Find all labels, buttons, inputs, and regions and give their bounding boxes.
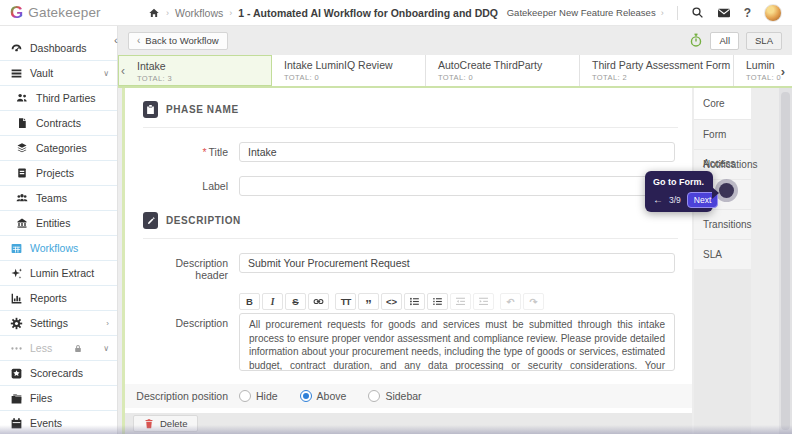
feature-releases-link[interactable]: Gatekeeper New Feature Releases › [507, 7, 664, 18]
vault-icon [10, 67, 23, 80]
breadcrumb-workflows[interactable]: Workflows [175, 7, 223, 19]
content-area: PHASE NAME *Title Label DESCRIPTION Desc… [118, 88, 792, 434]
ordered-list-button[interactable] [427, 293, 448, 310]
sidebar-item-files[interactable]: Files [0, 386, 117, 411]
radio-button-icon[interactable] [300, 390, 312, 402]
scrollbar[interactable] [779, 88, 792, 434]
sidebar-item-lumin-extract[interactable]: Lumin Extract [0, 261, 117, 286]
phase-tab-intake-luminiq-review[interactable]: Intake LuminIQ Review TOTAL: 0 [272, 55, 426, 86]
description-header-input[interactable] [239, 253, 675, 273]
sidebar-item-scorecards[interactable]: Scorecards [0, 361, 117, 386]
chevron-down-icon: ∨ [103, 344, 109, 353]
sidebar-item-events[interactable]: Events [0, 411, 117, 434]
indent-button[interactable] [473, 293, 494, 310]
redo-button[interactable]: ↷ [523, 293, 544, 310]
home-icon[interactable] [148, 7, 160, 19]
search-icon[interactable] [691, 6, 704, 19]
filter-all-button[interactable]: All [710, 32, 739, 50]
sidebar-item-teams[interactable]: Teams [0, 186, 117, 211]
code-button[interactable]: <> [381, 293, 402, 310]
radio-above[interactable]: Above [300, 390, 347, 402]
outdent-button[interactable] [450, 293, 471, 310]
sidebar-item-entities[interactable]: Entities [0, 211, 117, 236]
third-parties-icon [16, 92, 29, 105]
rail-tab-transitions[interactable]: Transitions [694, 210, 751, 239]
sidebar-item-projects[interactable]: Projects [0, 161, 117, 186]
description-section-header: DESCRIPTION [143, 212, 678, 229]
phase-name-icon [143, 101, 158, 118]
events-icon [10, 417, 23, 430]
projects-icon [16, 167, 29, 180]
sidebar-collapse-icon[interactable]: ‹ [114, 34, 118, 46]
description-richtext-input[interactable]: All procurement requests for goods and s… [239, 313, 675, 371]
title-input[interactable] [239, 142, 675, 162]
strikethrough-button[interactable]: S [285, 293, 306, 310]
bold-button[interactable]: B [239, 293, 260, 310]
divider [143, 238, 678, 239]
rail-tab-core[interactable]: Core [694, 88, 751, 119]
gatekeeper-logo-icon: G [10, 4, 23, 21]
chevron-right-icon: › [661, 8, 664, 18]
radio-button-icon[interactable] [239, 390, 251, 402]
link-button[interactable] [308, 293, 329, 310]
sidebar-item-reports[interactable]: Reports [0, 286, 117, 311]
reports-icon [10, 292, 23, 305]
phase-tab-autocreate-thirdparty[interactable]: AutoCreate ThirdParty TOTAL: 0 [426, 55, 580, 86]
description-body-label: Description [143, 293, 239, 371]
sidebar-item-less[interactable]: Less ∨ [0, 336, 117, 361]
radio-sidebar[interactable]: Sidebar [368, 390, 421, 402]
entities-icon [16, 217, 29, 230]
teams-icon [16, 192, 29, 205]
mail-icon[interactable] [717, 7, 731, 19]
label-input[interactable] [239, 176, 675, 196]
back-to-workflow-button[interactable]: ‹ Back to Workflow [128, 32, 228, 50]
trash-icon [144, 418, 154, 429]
tour-tooltip: Go to Form. ← 3/9 Next [645, 171, 713, 212]
chevron-left-icon: ‹ [137, 35, 140, 46]
rail-tab-sla[interactable]: SLA [694, 240, 751, 269]
phase-tab-third-party-assessment-form[interactable]: Third Party Assessment Form TOTAL: 2 [580, 55, 734, 86]
tab-scroll-right-icon[interactable]: › [781, 64, 785, 79]
text-size-button[interactable]: TT [335, 293, 356, 310]
breadcrumb-separator: › [229, 8, 232, 18]
scorecards-icon [10, 367, 23, 380]
phase-name-section-header: PHASE NAME [143, 101, 678, 118]
app-logo[interactable]: G Gatekeeper [0, 4, 130, 21]
scrollbar-thumb[interactable] [781, 92, 790, 430]
delete-phase-button[interactable]: Delete [133, 415, 198, 432]
sidebar: Dashboards Vault ∨ Third Parties Contrac… [0, 26, 118, 434]
breadcrumb: › Workflows › 1 - Automated AI Workflow … [148, 7, 498, 19]
settings-icon [10, 317, 23, 330]
panel-footer: Delete [125, 413, 692, 434]
filter-sla-button[interactable]: SLA [746, 32, 782, 50]
rail-tab-form-access[interactable]: Form Access [694, 120, 751, 149]
tour-step-counter: 3/9 [669, 195, 681, 205]
workflows-icon [10, 242, 23, 255]
radio-button-icon[interactable] [368, 390, 380, 402]
tour-back-arrow-icon[interactable]: ← [653, 195, 663, 205]
tab-scroll-left-icon[interactable]: ‹ [121, 64, 125, 78]
italic-button[interactable]: I [262, 293, 283, 310]
sidebar-item-categories[interactable]: Categories [0, 136, 117, 161]
help-icon[interactable]: ? [744, 6, 751, 20]
files-icon [10, 392, 23, 405]
description-icon [143, 212, 158, 229]
sidebar-item-third-parties[interactable]: Third Parties [0, 86, 117, 111]
avatar[interactable] [764, 4, 782, 22]
sidebar-item-contracts[interactable]: Contracts [0, 111, 117, 136]
blockquote-button[interactable]: ” [358, 293, 379, 310]
actionbar: ‹ Back to Workflow All SLA [118, 26, 792, 55]
undo-button[interactable]: ↶ [500, 293, 521, 310]
sla-timer-icon[interactable] [689, 33, 703, 48]
sidebar-item-vault[interactable]: Vault ∨ [0, 61, 117, 86]
settings-rail: Core Form Access Notifications Transitio… [694, 88, 751, 434]
radio-hide[interactable]: Hide [239, 390, 278, 402]
description-position-row: Description position Hide Above Sidebar [125, 384, 692, 408]
contracts-icon [16, 117, 29, 130]
phase-tab-intake[interactable]: Intake TOTAL: 3 [118, 55, 272, 86]
sidebar-item-settings[interactable]: Settings › [0, 311, 117, 336]
bullet-list-button[interactable] [404, 293, 425, 310]
sidebar-item-dashboards[interactable]: Dashboards [0, 36, 117, 61]
sidebar-item-workflows[interactable]: Workflows [0, 236, 117, 261]
brand-name: Gatekeeper [28, 5, 101, 20]
